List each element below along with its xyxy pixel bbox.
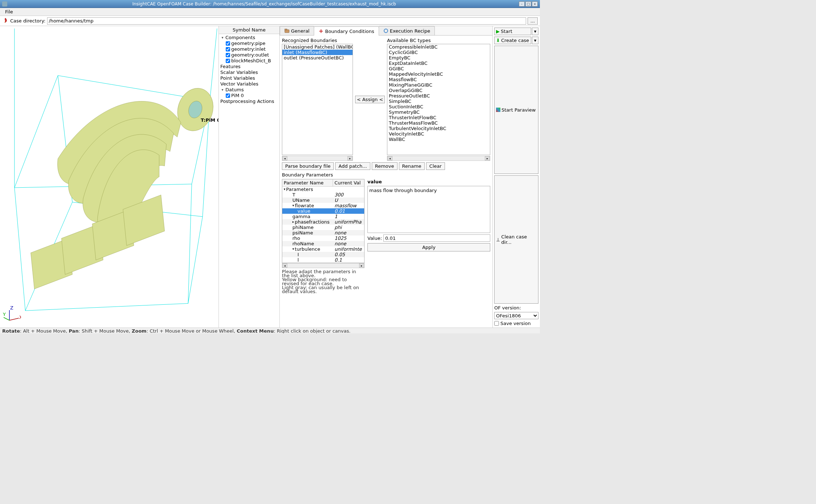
table-row[interactable]: ▸ phasefractionsuniformPha [282,219,364,225]
value-label: Value: [367,236,382,241]
create-case-button[interactable]: ⬇Create case [494,37,531,44]
tab-general[interactable]: General [280,26,314,35]
svg-point-10 [320,30,322,32]
tab-label: Execution Recipe [390,28,430,34]
download-icon: ⬇ [496,38,500,43]
list-item[interactable]: VelocityInletBC [387,131,490,137]
table-row[interactable]: T300 [282,192,364,197]
list-item[interactable]: PressureOutletBC [387,93,490,99]
case-dir-label: Case directory: [10,18,46,24]
hscrollbar[interactable]: ◂▸ [282,263,365,268]
table-row[interactable]: value0.01 [282,208,364,214]
tree-item[interactable]: geometry:inlet [231,46,266,52]
tree-datums[interactable]: Datums [225,87,244,93]
list-item[interactable]: CompressibleInletBC [387,44,490,50]
list-item[interactable]: ThrusterMassFlowBC [387,120,490,126]
tab-label: Boundary Conditions [325,29,374,34]
svg-text:Y: Y [3,312,6,317]
create-case-dropdown[interactable]: ▾ [532,37,538,44]
recognized-boundaries-list[interactable]: [Unassigned Patches] (WallBC)inlet (Mass… [282,44,353,155]
list-item[interactable]: SuctionInletBC [387,104,490,109]
table-row[interactable]: rho1025 [282,236,364,241]
list-item[interactable]: outlet (PressureOutletBC) [282,55,353,61]
chk-geometry-outlet[interactable] [225,53,230,57]
of-version-label: OF version: [494,305,538,311]
value-heading: value [367,179,490,184]
table-row[interactable]: ▾ turbulenceuniformInte [282,246,364,252]
chk-pim0[interactable] [225,93,230,98]
tree-components[interactable]: Components [225,35,255,41]
tree-item[interactable]: geometry:pipe [231,41,266,46]
browse-dir-button[interactable]: ... [528,17,538,25]
list-item[interactable]: TurbulentVelocityInletBC [387,126,490,131]
list-item[interactable]: MappedVelocityInletBC [387,71,490,77]
general-icon [284,28,290,33]
minimize-button[interactable]: – [519,1,525,7]
remove-patch-button[interactable]: Remove [372,162,397,170]
tree-scalar-vars[interactable]: Scalar Variables [220,70,258,75]
table-row[interactable]: I0.05 [282,252,364,257]
list-item[interactable]: SymmetryBC [387,109,490,115]
add-patch-button[interactable]: Add patch... [335,162,370,170]
table-row[interactable]: gamma1 [282,214,364,219]
apply-button[interactable]: Apply [367,243,490,251]
list-item[interactable]: ExptDataInletBC [387,61,490,66]
tree-features[interactable]: Features [220,64,241,70]
maximize-button[interactable]: □ [525,1,531,7]
chk-geometry-pipe[interactable] [225,41,230,46]
tree-point-vars[interactable]: Point Variables [220,75,255,81]
start-dropdown[interactable]: ▾ [532,28,538,35]
available-bc-list[interactable]: CompressibleInletBCCyclicGGIBCEmptyBCExp… [387,44,490,155]
actions-pane: ▶Start ▾ ⬇Create case ▾ Start Paraview ⊥… [493,26,540,328]
tree-postproc[interactable]: Postprocessing Actions [220,99,274,104]
close-button[interactable]: × [532,1,538,7]
boundary-params-table[interactable]: Parameter Name Current Val ▾ ParametersT… [282,179,365,263]
tab-execution-recipe[interactable]: Execution Recipe [379,26,435,35]
table-row[interactable]: ▾ Parameters [282,187,364,192]
start-paraview-button[interactable]: Start Paraview [494,46,538,174]
list-item[interactable]: OverlapGGIBC [387,88,490,93]
svg-text:Z: Z [10,306,13,311]
chk-blockmeshdict[interactable] [225,59,230,63]
hscrollbar[interactable]: ◂▸ [387,156,490,161]
of-version-select[interactable]: OFesi1806 [494,312,538,319]
table-row[interactable]: psiNamenone [282,230,364,236]
table-row[interactable]: UNameU [282,197,364,203]
list-item[interactable]: WallBC [387,137,490,142]
list-item[interactable]: ThrusterInletFlowBC [387,115,490,120]
list-item[interactable]: EmptyBC [387,55,490,61]
case-dir-input[interactable] [47,17,526,25]
parse-boundary-button[interactable]: Parse boundary file [282,162,334,170]
outline-tree[interactable]: ▾Components geometry:pipe geometry:inlet… [219,34,279,328]
menu-file[interactable]: File [2,8,16,15]
3d-viewport[interactable]: T:PiM 0 Z X Y [0,26,219,328]
hscrollbar[interactable]: ◂▸ [282,156,353,161]
save-version-checkbox[interactable] [494,321,499,326]
list-item[interactable]: GGIBC [387,66,490,71]
table-row[interactable]: l0.1 [282,257,364,263]
tree-item[interactable]: geometry:outlet [231,52,269,58]
table-row[interactable]: rhoNamenone [282,241,364,246]
clear-patches-button[interactable]: Clear [426,162,445,170]
tree-vector-vars[interactable]: Vector Variables [220,81,258,87]
assign-button[interactable]: < Assign < [355,96,385,103]
list-item[interactable]: MassflowBC [387,77,490,82]
list-item[interactable]: CyclicGGIBC [387,50,490,55]
outline-panel: Symbol Name ▾Components geometry:pipe ge… [219,26,280,328]
rename-patch-button[interactable]: Rename [399,162,425,170]
list-item[interactable]: MixingPlaneGGIBC [387,82,490,88]
table-row[interactable]: phiNamephi [282,225,364,230]
value-input[interactable] [383,234,490,242]
list-item[interactable]: [Unassigned Patches] (WallBC) [282,44,353,50]
tree-item[interactable]: PiM 0 [231,93,244,99]
col-param-name: Parameter Name [282,179,333,186]
chk-geometry-inlet[interactable] [225,47,230,51]
table-row[interactable]: ▾ flowratemassflow [282,203,364,208]
start-button[interactable]: ▶Start [494,28,531,35]
window-title: InsightCAE OpenFOAM Case Builder: /home/… [9,1,519,7]
clean-case-dir-button[interactable]: ⊥Clean case dir... [494,175,538,304]
list-item[interactable]: SimpleBC [387,99,490,104]
list-item[interactable]: inlet (MassflowBC) [282,50,353,55]
tab-boundary-conditions[interactable]: Boundary Conditions [314,26,379,36]
tree-item[interactable]: blockMeshDict_B [231,58,271,64]
